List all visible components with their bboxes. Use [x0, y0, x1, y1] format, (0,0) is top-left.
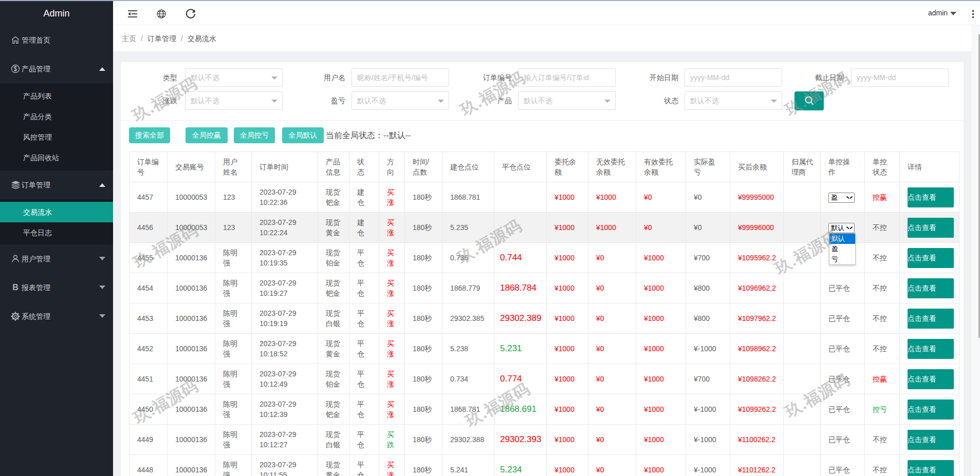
svg-text:B: B: [12, 283, 19, 292]
